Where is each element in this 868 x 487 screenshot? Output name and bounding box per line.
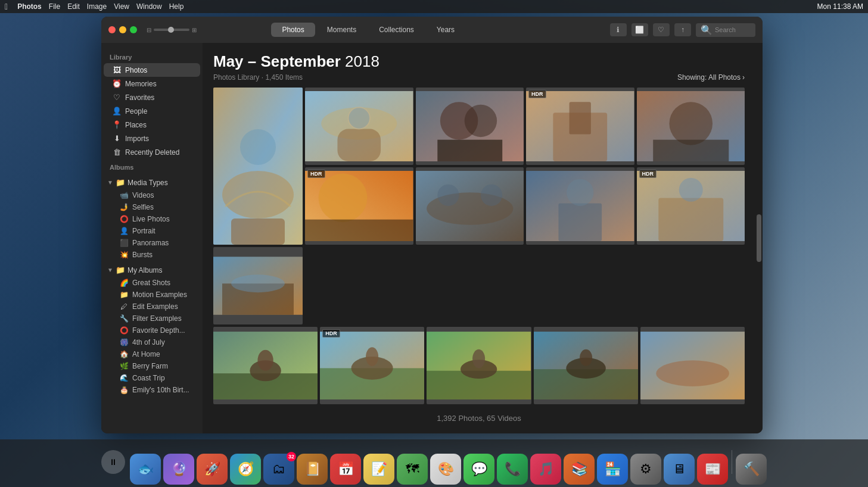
svg-point-7: [349, 107, 370, 129]
sidebar-item-portrait[interactable]: 👤 Portrait: [101, 225, 203, 237]
dock-safari[interactable]: 🧭: [230, 454, 261, 485]
photo-10[interactable]: [213, 247, 303, 324]
dock-calendar[interactable]: 📅: [330, 454, 361, 485]
sidebar-item-people[interactable]: 👤 People: [104, 104, 200, 118]
heart-button[interactable]: ♡: [653, 23, 670, 36]
sidebar-item-great-shots[interactable]: 🌈 Great Shots: [101, 277, 203, 289]
sidebar-item-motion-examples[interactable]: 📁 Motion Examples: [101, 289, 203, 301]
sidebar-item-berry-farm[interactable]: 🌿 Berry Farm: [101, 360, 203, 372]
tab-collections[interactable]: Collections: [368, 23, 425, 37]
sidebar: Library 🖼 Photos ⏰ Memories ♡ Favorites …: [101, 43, 203, 433]
sidebar-item-live-photos[interactable]: ⭕ Live Photos: [101, 213, 203, 225]
dock-maps[interactable]: 🗺: [397, 454, 428, 485]
hdr-badge-12: HDR: [322, 329, 340, 338]
pause-button[interactable]: ⏸: [101, 450, 125, 474]
dock-badge-count: 32: [287, 452, 296, 461]
search-box[interactable]: 🔍: [696, 23, 755, 37]
sidebar-item-videos[interactable]: 📹 Videos: [101, 189, 203, 201]
photo-2[interactable]: [305, 88, 413, 165]
dock-messages[interactable]: 💬: [463, 454, 494, 485]
sidebar-item-imports[interactable]: ⬇ Imports: [104, 132, 200, 145]
dock-notes[interactable]: 📝: [363, 454, 394, 485]
content-title: May – September 2018: [213, 52, 745, 71]
dock-system-prefs[interactable]: ⚙: [630, 454, 661, 485]
my-albums-arrow: ▼: [107, 267, 113, 273]
scrollbar-track[interactable]: [755, 43, 763, 433]
tab-years[interactable]: Years: [426, 23, 465, 37]
dock-finder[interactable]: 🐟: [130, 454, 161, 485]
sidebar-item-places[interactable]: 📍 Places: [104, 118, 200, 132]
apple-menu[interactable]: : [5, 2, 8, 11]
scrollbar-thumb[interactable]: [757, 214, 761, 262]
dock-photos-badge[interactable]: 🗂 32: [263, 454, 294, 485]
sidebar-item-bursts[interactable]: 💥 Bursts: [101, 249, 203, 261]
search-icon: 🔍: [701, 24, 713, 36]
sidebar-item-filter-examples[interactable]: 🔧 Filter Examples: [101, 313, 203, 324]
photo-5[interactable]: [637, 88, 745, 165]
minimize-button[interactable]: [119, 26, 126, 33]
title-bar: ⊟ ⊞ Photos Moments Collections Years ℹ ⬜…: [101, 17, 763, 43]
sidebar-item-favorites[interactable]: ♡ Favorites: [104, 90, 200, 104]
sidebar-item-at-home[interactable]: 🏠 At Home: [101, 348, 203, 360]
app-name-menu[interactable]: Photos: [17, 2, 42, 11]
edit-menu[interactable]: Edit: [67, 2, 80, 11]
sidebar-item-photos[interactable]: 🖼 Photos: [104, 63, 200, 77]
photo-9[interactable]: HDR: [637, 167, 745, 245]
view-menu[interactable]: View: [114, 2, 129, 11]
window-menu[interactable]: Window: [136, 2, 162, 11]
svg-point-19: [319, 174, 368, 223]
dock-xcode[interactable]: 🖥: [664, 454, 695, 485]
photo-11[interactable]: [213, 327, 318, 404]
maximize-button[interactable]: [130, 26, 137, 33]
photo-1[interactable]: [213, 88, 303, 245]
sidebar-item-panoramas[interactable]: ⬛ Panoramas: [101, 237, 203, 249]
file-menu[interactable]: File: [49, 2, 60, 11]
media-types-header[interactable]: ▼ 📁 Media Types: [101, 176, 203, 189]
photo-8[interactable]: [526, 167, 634, 245]
dock-books[interactable]: 📚: [564, 454, 595, 485]
tab-photos[interactable]: Photos: [271, 23, 315, 37]
dock-devtools[interactable]: 🔨: [736, 454, 767, 485]
sidebar-item-emilys-bday[interactable]: 🎂 Emily's 10th Birt...: [101, 384, 203, 396]
dock-siri[interactable]: 🔮: [163, 454, 194, 485]
photo-6[interactable]: HDR: [305, 167, 413, 245]
photo-15[interactable]: [640, 327, 745, 404]
action-button-1[interactable]: ⬜: [631, 23, 648, 36]
my-albums-header[interactable]: ▼ 📁 My Albums: [101, 263, 203, 277]
dock-notebook[interactable]: 📔: [297, 454, 328, 485]
svg-rect-14: [570, 102, 591, 134]
photo-3[interactable]: [416, 88, 524, 165]
zoom-in-icon: ⊞: [192, 27, 197, 33]
dock-music[interactable]: 🎵: [530, 454, 561, 485]
panoramas-icon: ⬛: [119, 239, 129, 247]
tab-moments[interactable]: Moments: [316, 23, 367, 37]
sidebar-item-4th-of-july[interactable]: 🎆 4th of July: [101, 336, 203, 348]
svg-point-23: [437, 185, 459, 206]
search-input[interactable]: [715, 26, 757, 33]
hdr-badge-6: HDR: [307, 170, 325, 178]
help-menu[interactable]: Help: [169, 2, 184, 11]
photo-7[interactable]: [416, 167, 524, 245]
share-button[interactable]: ↑: [674, 23, 691, 36]
imports-icon: ⬇: [112, 134, 122, 143]
showing-filter[interactable]: Showing: All Photos ›: [677, 73, 745, 82]
sidebar-item-memories[interactable]: ⏰ Memories: [104, 77, 200, 90]
photo-4[interactable]: HDR: [526, 88, 634, 165]
sidebar-item-coast-trip[interactable]: 🌊 Coast Trip: [101, 372, 203, 384]
zoom-slider[interactable]: ⊟ ⊞: [147, 27, 197, 33]
photo-12[interactable]: HDR: [320, 327, 424, 404]
photo-13[interactable]: [427, 327, 531, 404]
dock-facetime[interactable]: 📞: [497, 454, 528, 485]
photo-14[interactable]: [534, 327, 638, 404]
dock-appstore[interactable]: 🏪: [597, 454, 628, 485]
info-button[interactable]: ℹ: [610, 23, 627, 36]
sidebar-item-edit-examples[interactable]: 🖊 Edit Examples: [101, 301, 203, 313]
sidebar-item-recently-deleted[interactable]: 🗑 Recently Deleted: [104, 145, 200, 159]
close-button[interactable]: [108, 26, 116, 33]
dock-launchpad[interactable]: 🚀: [197, 454, 228, 485]
sidebar-item-favorite-depth[interactable]: ⭕ Favorite Depth...: [101, 324, 203, 336]
dock-news[interactable]: 📰: [697, 454, 728, 485]
sidebar-item-selfies[interactable]: 🤳 Selfies: [101, 201, 203, 213]
image-menu[interactable]: Image: [87, 2, 107, 11]
dock-photos-app[interactable]: 🎨: [430, 454, 461, 485]
